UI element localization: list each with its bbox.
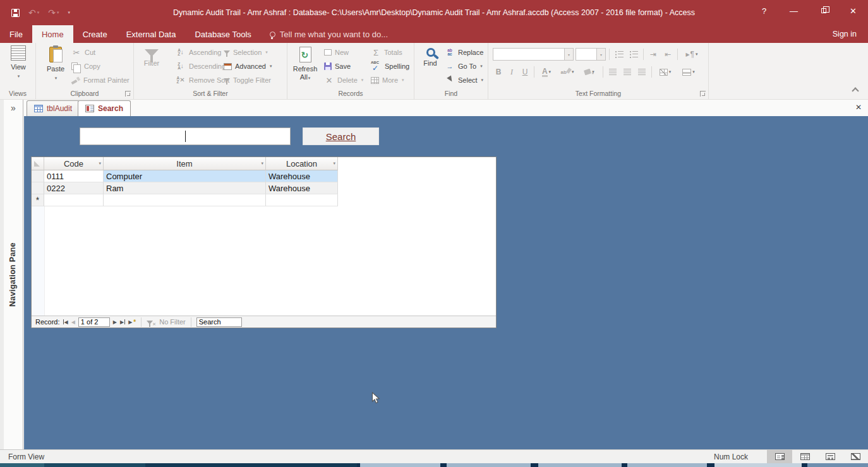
align-center-button[interactable] bbox=[621, 66, 634, 78]
numbering-button[interactable] bbox=[627, 48, 640, 61]
redo-button[interactable]: ↷▾ bbox=[48, 8, 59, 18]
alternate-row-color-button[interactable]: ▾ bbox=[677, 66, 700, 78]
tab-home[interactable]: Home bbox=[32, 25, 73, 43]
cell-location[interactable]: Warehouse bbox=[266, 182, 338, 194]
delete-record-button[interactable]: ✕Delete▾ bbox=[322, 73, 366, 87]
form-view-button[interactable] bbox=[767, 450, 792, 464]
go-to-button[interactable]: →Go To▾ bbox=[442, 59, 486, 73]
close-button[interactable]: ✕ bbox=[838, 0, 868, 21]
cell-empty[interactable] bbox=[104, 194, 266, 206]
column-header-code[interactable]: Code▾ bbox=[44, 157, 104, 170]
cell-empty[interactable] bbox=[44, 194, 104, 206]
restore-button[interactable] bbox=[809, 0, 838, 21]
copy-button[interactable]: Copy bbox=[69, 59, 132, 73]
record-search-input[interactable] bbox=[196, 317, 242, 327]
taskbar-segment bbox=[538, 463, 622, 467]
save-record-button[interactable]: Save bbox=[322, 59, 366, 73]
next-record-button[interactable]: ▶ bbox=[113, 319, 117, 325]
datasheet-view-button[interactable] bbox=[792, 450, 817, 464]
filter-status-label[interactable]: No Filter bbox=[159, 318, 186, 326]
refresh-all-button[interactable]: Refresh All▾ bbox=[290, 45, 320, 82]
expand-nav-pane-icon[interactable]: » bbox=[4, 103, 23, 113]
tab-database-tools[interactable]: Database Tools bbox=[185, 25, 260, 43]
advanced-button[interactable]: Advanced▾ bbox=[221, 59, 274, 73]
first-record-button[interactable]: ◀ bbox=[63, 319, 68, 325]
background-fill-button[interactable]: ▾ bbox=[579, 66, 600, 78]
gridlines-button[interactable]: ▾ bbox=[655, 66, 675, 78]
no-filter-icon[interactable]: ✕ bbox=[147, 318, 156, 326]
record-position-input[interactable] bbox=[78, 317, 110, 327]
cell-item[interactable]: Ram bbox=[104, 182, 266, 194]
cell-code[interactable]: 0111 bbox=[44, 170, 104, 182]
filter-button[interactable]: Filter bbox=[139, 45, 164, 68]
decrease-indent-button[interactable]: ⇥ bbox=[647, 48, 660, 61]
font-color-button[interactable]: A▾ bbox=[538, 66, 555, 78]
select-button[interactable]: Select▾ bbox=[442, 73, 486, 87]
align-left-button[interactable] bbox=[606, 66, 619, 78]
navigation-pane-collapsed[interactable]: » Navigation Pane bbox=[0, 100, 23, 449]
column-header-item[interactable]: Item▾ bbox=[104, 157, 266, 170]
row-selector[interactable] bbox=[32, 170, 44, 182]
select-all-corner[interactable] bbox=[32, 157, 44, 170]
bullets-button[interactable] bbox=[613, 48, 625, 61]
tab-file[interactable]: File bbox=[0, 25, 32, 43]
previous-record-button[interactable]: ◀ bbox=[71, 319, 75, 325]
replace-button[interactable]: abacReplace bbox=[442, 45, 486, 59]
cut-button[interactable]: ✂Cut bbox=[69, 45, 132, 59]
underline-button[interactable]: U bbox=[519, 66, 531, 78]
save-icon[interactable] bbox=[11, 9, 20, 17]
totals-button[interactable]: ΣTotals bbox=[368, 45, 412, 59]
text-formatting-dialog-launcher-icon[interactable] bbox=[700, 91, 706, 97]
font-name-combobox[interactable]: ▾ bbox=[493, 48, 574, 61]
find-button[interactable]: Find bbox=[418, 45, 442, 68]
spelling-icon: ABC✓ bbox=[371, 61, 382, 71]
cell-empty[interactable] bbox=[266, 194, 338, 206]
design-view-button[interactable] bbox=[843, 450, 868, 464]
text-direction-button[interactable]: ▶¶▾ bbox=[681, 48, 702, 61]
clipboard-dialog-launcher-icon[interactable] bbox=[125, 91, 131, 97]
row-selector[interactable] bbox=[32, 182, 44, 194]
bar-icon bbox=[63, 319, 64, 324]
bold-button[interactable]: B bbox=[493, 66, 504, 78]
align-center-icon bbox=[624, 69, 631, 75]
minimize-button[interactable]: — bbox=[779, 0, 809, 21]
paste-button[interactable]: Paste▾ bbox=[42, 45, 69, 82]
sign-in-link[interactable]: Sign in bbox=[833, 25, 868, 43]
selection-button[interactable]: Selection▾ bbox=[221, 45, 274, 59]
chevron-down-icon[interactable]: ▾ bbox=[261, 161, 263, 166]
collapse-ribbon-icon[interactable] bbox=[852, 87, 859, 94]
new-blank-record-button[interactable]: ▶* bbox=[128, 319, 136, 326]
help-button[interactable]: ? bbox=[749, 0, 779, 21]
new-record-selector[interactable]: * bbox=[32, 194, 44, 206]
font-size-combobox[interactable]: ▾ bbox=[576, 48, 606, 61]
view-button[interactable]: View▾ bbox=[4, 45, 33, 80]
format-painter-button[interactable]: Format Painter bbox=[69, 73, 132, 87]
highlight-color-button[interactable]: ab▾ bbox=[557, 66, 577, 78]
new-record-button[interactable]: New bbox=[322, 45, 366, 59]
doc-tab-tblaudit[interactable]: tblAudit bbox=[27, 100, 80, 116]
undo-button[interactable]: ↶▾ bbox=[28, 8, 39, 18]
cell-item[interactable]: Computer bbox=[104, 170, 266, 182]
layout-view-button[interactable] bbox=[817, 450, 843, 464]
increase-indent-button[interactable]: ⇤ bbox=[661, 48, 674, 61]
cell-location[interactable]: Warehouse bbox=[266, 170, 338, 182]
cell-code[interactable]: 0222 bbox=[44, 182, 104, 194]
tell-me-box[interactable]: Tell me what you want to do... bbox=[261, 25, 397, 43]
tab-external-data[interactable]: External Data bbox=[117, 25, 186, 43]
doc-tab-search[interactable]: Search bbox=[78, 100, 131, 116]
chevron-down-icon[interactable]: ▾ bbox=[333, 161, 335, 166]
spelling-button[interactable]: ABC✓Spelling bbox=[368, 59, 412, 73]
chevron-down-icon[interactable]: ▾ bbox=[99, 161, 101, 166]
last-record-button[interactable]: ▶ bbox=[120, 319, 125, 325]
more-button[interactable]: More▾ bbox=[368, 73, 412, 87]
column-header-location[interactable]: Location▾ bbox=[266, 157, 338, 170]
spelling-label: Spelling bbox=[385, 62, 409, 70]
customize-qat-button[interactable]: ▾ bbox=[68, 10, 71, 15]
toggle-filter-button[interactable]: Toggle Filter bbox=[221, 73, 274, 87]
replace-icon: abac bbox=[445, 49, 455, 56]
search-button[interactable]: Search bbox=[303, 127, 379, 145]
align-right-button[interactable] bbox=[636, 66, 648, 78]
italic-button[interactable]: I bbox=[506, 66, 517, 78]
close-tab-icon[interactable]: ✕ bbox=[855, 103, 862, 112]
tab-create[interactable]: Create bbox=[73, 25, 117, 43]
